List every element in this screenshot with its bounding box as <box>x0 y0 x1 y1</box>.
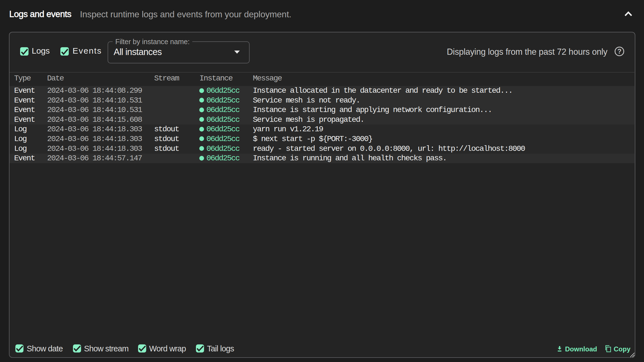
svg-text:?: ? <box>617 47 621 55</box>
